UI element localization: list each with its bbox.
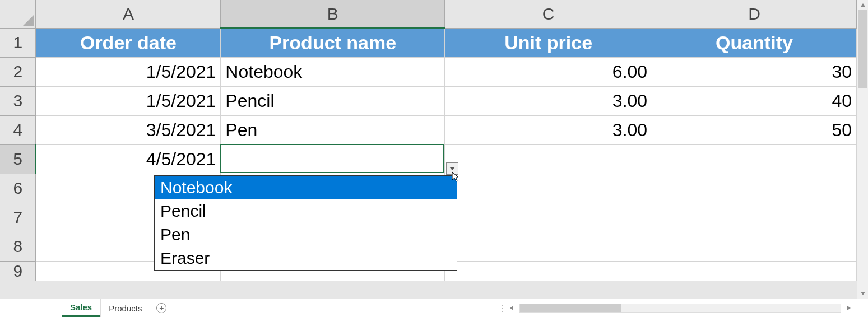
data-validation-dropdown-list[interactable]: Notebook Pencil Pen Eraser <box>154 175 457 271</box>
column-header-C[interactable]: C <box>445 0 652 28</box>
cell-C1[interactable]: Unit price <box>445 28 652 57</box>
scrollbar-splitter[interactable]: ⋮ <box>500 303 504 313</box>
row-header-5[interactable]: 5 <box>0 144 36 174</box>
cell-A5[interactable]: 4/5/2021 <box>36 144 221 174</box>
vertical-scrollbar[interactable] <box>857 0 868 299</box>
dropdown-option-0[interactable]: Notebook <box>155 176 457 199</box>
cell-C2[interactable]: 6.00 <box>445 57 652 86</box>
scroll-up-button[interactable] <box>857 0 868 10</box>
dropdown-option-2[interactable]: Pen <box>155 223 457 246</box>
cell-B5[interactable] <box>221 144 445 174</box>
chevron-left-icon <box>510 306 513 310</box>
scroll-left-button[interactable] <box>507 304 516 313</box>
column-header-B[interactable]: B <box>221 0 445 28</box>
tab-nav-spacer <box>0 299 62 317</box>
select-all-corner[interactable] <box>0 0 36 28</box>
cell-A1[interactable]: Order date <box>36 28 221 57</box>
cell-C8[interactable] <box>445 232 652 261</box>
cell-C4[interactable]: 3.00 <box>445 115 652 144</box>
chevron-down-icon <box>449 167 455 170</box>
horizontal-scrollbar[interactable]: ⋮ <box>173 299 857 317</box>
row-header-3[interactable]: 3 <box>0 86 36 115</box>
sheet-tab-bar: Sales Products + ⋮ <box>0 299 857 317</box>
chevron-down-icon <box>861 292 865 295</box>
row-header-2[interactable]: 2 <box>0 57 36 86</box>
column-header-A[interactable]: A <box>36 0 221 28</box>
cell-C3[interactable]: 3.00 <box>445 86 652 115</box>
plus-icon: + <box>156 303 166 313</box>
horizontal-scroll-track[interactable] <box>519 304 841 313</box>
cell-D3[interactable]: 40 <box>652 86 857 115</box>
row-header-9[interactable]: 9 <box>0 261 36 281</box>
cell-C9[interactable] <box>445 261 652 281</box>
row-header-4[interactable]: 4 <box>0 115 36 144</box>
cell-D8[interactable] <box>652 232 857 261</box>
cell-A2[interactable]: 1/5/2021 <box>36 57 221 86</box>
row-header-6[interactable]: 6 <box>0 174 36 203</box>
dropdown-option-3[interactable]: Eraser <box>155 246 457 270</box>
cell-D1[interactable]: Quantity <box>652 28 857 57</box>
dropdown-option-1[interactable]: Pencil <box>155 199 457 223</box>
cell-C6[interactable] <box>445 174 652 203</box>
data-validation-dropdown-button[interactable] <box>446 162 458 175</box>
row-header-7[interactable]: 7 <box>0 203 36 232</box>
chevron-up-icon <box>861 3 865 7</box>
vertical-scroll-thumb[interactable] <box>858 10 867 88</box>
scrollbar-corner <box>857 299 868 317</box>
scroll-down-button[interactable] <box>857 288 868 299</box>
vertical-scroll-track[interactable] <box>857 10 868 288</box>
cell-A4[interactable]: 3/5/2021 <box>36 115 221 144</box>
chevron-right-icon <box>847 306 851 310</box>
row-header-8[interactable]: 8 <box>0 232 36 261</box>
cell-D2[interactable]: 30 <box>652 57 857 86</box>
cell-A3[interactable]: 1/5/2021 <box>36 86 221 115</box>
cell-B4[interactable]: Pen <box>221 115 445 144</box>
sheet-tab-sales[interactable]: Sales <box>62 299 100 317</box>
row-header-1[interactable]: 1 <box>0 28 36 57</box>
cell-B3[interactable]: Pencil <box>221 86 445 115</box>
cell-D4[interactable]: 50 <box>652 115 857 144</box>
cell-D7[interactable] <box>652 203 857 232</box>
cell-D5[interactable] <box>652 144 857 174</box>
cell-D6[interactable] <box>652 174 857 203</box>
cell-B1[interactable]: Product name <box>221 28 445 57</box>
cell-C5[interactable] <box>445 144 652 174</box>
cell-B2[interactable]: Notebook <box>221 57 445 86</box>
add-sheet-button[interactable]: + <box>150 299 173 317</box>
spreadsheet-area: A B C D 1 Order date Product name Unit p… <box>0 0 857 299</box>
horizontal-scroll-thumb[interactable] <box>520 304 621 312</box>
column-header-D[interactable]: D <box>652 0 857 28</box>
sheet-tab-products[interactable]: Products <box>100 299 150 317</box>
scroll-right-button[interactable] <box>844 304 853 313</box>
cell-D9[interactable] <box>652 261 857 281</box>
cell-C7[interactable] <box>445 203 652 232</box>
